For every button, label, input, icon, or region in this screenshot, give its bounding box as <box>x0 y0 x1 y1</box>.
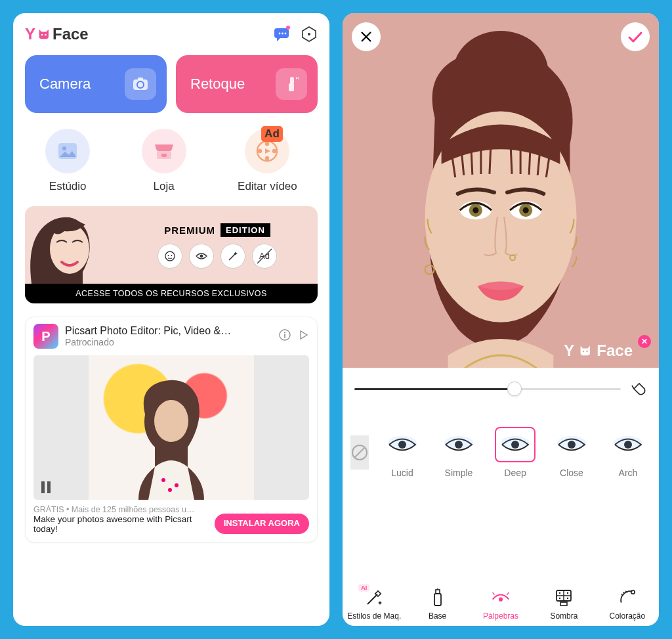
svg-point-0 <box>41 34 43 36</box>
tab-estilos-de-maq-[interactable]: AIEstilos de Maq. <box>343 588 406 621</box>
install-button[interactable]: INSTALAR AGORA <box>215 514 309 534</box>
ad-media-art <box>89 355 254 500</box>
ad-badge: Ad <box>261 126 283 142</box>
tab-icon <box>491 588 511 607</box>
studio-button[interactable]: Estúdio <box>45 129 90 193</box>
ad-foot-text: GRÁTIS • Mais de 125 milhões pessoas u… … <box>33 505 208 534</box>
svg-rect-10 <box>138 77 143 80</box>
tab-p-lpebras[interactable]: Pálpebras <box>469 588 532 621</box>
svg-point-59 <box>444 436 473 449</box>
svg-point-78 <box>567 592 568 594</box>
svg-point-27 <box>171 255 173 256</box>
ad-pause-button[interactable] <box>37 479 54 496</box>
close-button[interactable] <box>352 22 381 51</box>
svg-point-80 <box>567 598 568 599</box>
style-label: Close <box>560 468 583 478</box>
editor-screen: Y Face ✕ LucidSimpleDeepCloseArch AIEsti… <box>343 13 659 626</box>
camera-button[interactable]: Camera <box>25 55 167 113</box>
retouch-label: Retoque <box>190 76 245 93</box>
tab-colora-o[interactable]: Coloração <box>596 588 659 621</box>
premium-banner-top: PREMIUM EDITION Ad <box>25 206 318 284</box>
intensity-slider[interactable] <box>354 388 621 390</box>
premium-wand-icon <box>220 244 245 269</box>
svg-rect-16 <box>161 154 167 157</box>
home-screen: Y Face Camera Retoque <box>13 13 329 626</box>
tab-label: Pálpebras <box>483 611 518 621</box>
style-option-deep[interactable]: Deep <box>492 427 538 478</box>
camera-label: Camera <box>39 76 91 93</box>
ad-footer: GRÁTIS • Mais de 125 milhões pessoas u… … <box>33 505 309 534</box>
style-option-simple[interactable]: Simple <box>436 427 482 478</box>
slider-thumb[interactable] <box>507 382 522 396</box>
svg-point-4 <box>285 33 287 35</box>
svg-point-20 <box>265 156 269 160</box>
studio-label: Estúdio <box>49 180 87 193</box>
editor-tabs: AIEstilos de Maq.BasePálpebrasSombraColo… <box>343 581 659 626</box>
tab-icon <box>554 588 574 607</box>
svg-point-14 <box>62 146 66 150</box>
ad-subtitle: Patrocinado <box>65 337 272 347</box>
logo-cat-icon <box>37 28 51 40</box>
svg-point-63 <box>557 436 586 449</box>
logo-face: Face <box>52 25 89 43</box>
svg-marker-22 <box>265 148 270 154</box>
settings-icon[interactable] <box>301 26 318 43</box>
ad-description: Make your photos awesome with Picsart to… <box>33 514 208 534</box>
svg-line-29 <box>229 253 236 260</box>
premium-eye-icon <box>189 244 214 269</box>
svg-point-32 <box>284 332 285 334</box>
styles-container: LucidSimpleDeepCloseArch <box>379 427 651 478</box>
ad-info-icon[interactable] <box>279 329 291 343</box>
style-none-button[interactable] <box>350 435 369 470</box>
eye-preview-icon <box>495 427 536 462</box>
svg-point-65 <box>614 436 642 449</box>
tab-base[interactable]: Base <box>406 588 469 621</box>
confirm-button[interactable] <box>621 22 650 51</box>
retouch-button[interactable]: Retoque <box>176 55 318 113</box>
style-option-close[interactable]: Close <box>549 427 595 478</box>
install-label: INSTALAR AGORA <box>224 518 300 528</box>
svg-point-61 <box>501 436 530 449</box>
eye-preview-icon <box>382 427 423 462</box>
svg-point-7 <box>308 33 310 35</box>
tab-icon <box>618 588 637 607</box>
premium-face-image <box>25 206 117 284</box>
premium-banner[interactable]: PREMIUM EDITION Ad ACESSE TODOS OS RECUR… <box>25 206 318 303</box>
svg-point-2 <box>279 33 281 35</box>
close-icon <box>360 30 373 43</box>
svg-line-30 <box>257 249 272 263</box>
app-header: Y Face <box>13 13 329 50</box>
header-actions <box>273 26 318 43</box>
ad-head-text: Picsart Photo Editor: Pic, Video &… Patr… <box>65 325 272 347</box>
style-label: Lucid <box>391 468 413 478</box>
check-icon <box>627 30 643 43</box>
tab-label: Sombra <box>550 611 578 621</box>
svg-line-73 <box>507 592 509 595</box>
edition-word: EDITION <box>220 223 270 237</box>
edit-video-label: Editar vídeo <box>238 180 297 193</box>
camera-icon <box>125 68 156 100</box>
ad-media[interactable] <box>33 355 309 500</box>
svg-point-36 <box>161 478 165 482</box>
watermark-remove-button[interactable]: ✕ <box>638 335 651 348</box>
chat-icon[interactable] <box>273 26 291 43</box>
premium-face-icon <box>158 244 182 269</box>
style-option-lucid[interactable]: Lucid <box>379 427 425 478</box>
ad-app-icon: P <box>33 324 58 349</box>
main-actions: Camera Retoque <box>13 50 329 125</box>
editor-preview[interactable]: Y Face ✕ <box>343 13 659 368</box>
eye-preview-icon <box>608 427 648 462</box>
color-picker-icon[interactable] <box>629 380 647 398</box>
svg-point-77 <box>559 592 560 594</box>
svg-rect-11 <box>289 83 294 91</box>
ad-play-icon[interactable] <box>297 329 309 343</box>
tab-label: Base <box>429 611 446 621</box>
tab-sombra[interactable]: Sombra <box>532 588 595 621</box>
edit-video-button[interactable]: Ad Editar vídeo <box>238 129 297 193</box>
svg-point-38 <box>168 488 172 492</box>
tab-icon <box>428 588 448 607</box>
style-option-arch[interactable]: Arch <box>605 427 651 478</box>
svg-line-55 <box>354 447 365 458</box>
watermark-y: Y <box>564 342 574 360</box>
store-button[interactable]: Loja <box>142 129 186 193</box>
